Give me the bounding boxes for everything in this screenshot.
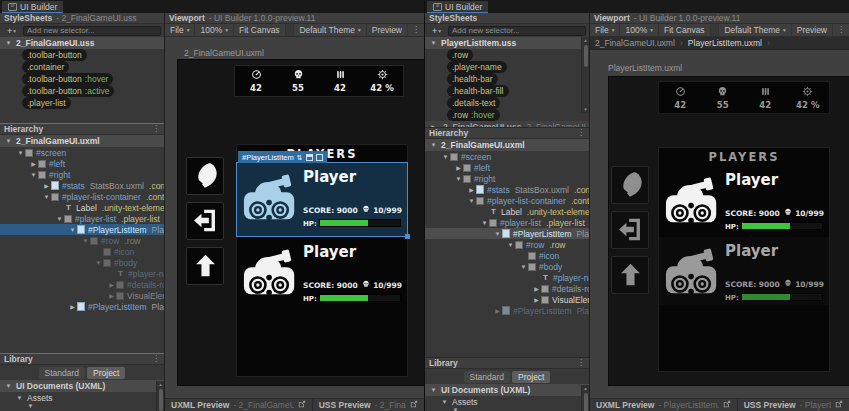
expand-arrow-icon[interactable]: ▼ [429,142,438,148]
uss-selector-row[interactable]: .toolbar-button:hover [0,73,164,85]
expand-arrow-icon[interactable]: ▶ [493,308,502,314]
kebab-menu-icon[interactable]: ⋮ [577,359,585,367]
add-selector-button[interactable]: +▾ [428,26,445,36]
file-menu[interactable]: File▾ [165,24,195,36]
hierarchy-tree-row[interactable]: ▶#details-row [425,283,589,294]
hierarchy-tree-row[interactable]: #icon [425,250,589,261]
library-row-assets[interactable]: ▼ Assets [425,396,589,408]
open-external-icon[interactable] [835,400,843,410]
expand-arrow-icon[interactable]: ▼ [429,40,438,46]
expand-arrow-icon[interactable]: ▶ [532,297,541,303]
arrow-up-button[interactable] [611,256,649,294]
kebab-menu-icon[interactable]: ⋮ [152,125,160,133]
uss-selector-row[interactable]: .player-name [425,61,589,73]
fit-canvas-button[interactable]: Fit Canvas [234,24,286,36]
uss-secondary-row[interactable]: ▶ 2_FinalGameUI.uss 2_FinalGameUI.uxml [425,121,589,127]
add-selector-input[interactable]: Add new selector... [448,26,586,36]
scroll-thumb[interactable] [584,45,588,67]
expand-arrow-icon[interactable]: ▼ [519,264,528,270]
player-list-box[interactable]: PLAYERSPlayerSCORE: 900010/999HP:#Player… [236,144,408,377]
expand-arrow-icon[interactable]: ▶ [532,286,541,292]
arrow-up-button[interactable] [186,247,224,285]
hierarchy-tree-row[interactable]: ▼#PlayerListItemPlayerListItem.uxml [425,228,589,239]
selection-label-tab[interactable]: #PlayerListItem⇅ [238,151,327,163]
hierarchy-tree-row[interactable]: ▼#body [425,261,589,272]
missile-button[interactable] [186,157,224,195]
hierarchy-tree-row[interactable]: ▶#statsStatsBox.uxml.container [425,184,589,195]
expand-arrow-icon[interactable]: ▶ [42,183,51,189]
uss-root-row[interactable]: ▼ 2_FinalGameUI.uss [0,37,164,49]
library-row-ui-documents[interactable]: ▼ UI Documents (UXML) [0,380,164,392]
expand-arrow-icon[interactable]: ▼ [454,176,463,182]
panel-icon[interactable] [316,154,323,161]
hierarchy-tree-row[interactable]: ▼#player-list-container.container [0,191,164,202]
tab-standard[interactable]: Standard [39,367,86,379]
player-row[interactable]: PlayerSCORE: 900010/999HP: [237,238,407,304]
hierarchy-tree-row[interactable]: ▼#player-list.player-list [0,213,164,224]
expand-arrow-icon[interactable]: ▼ [4,40,13,46]
expand-arrow-icon[interactable]: ▼ [4,138,13,144]
vertical-scrollbar[interactable]: ▲▼ [156,381,164,411]
canvas-document-label[interactable]: 2_FinalGameUI.uxml [184,48,264,58]
kebab-menu-icon[interactable]: ⋮ [152,355,160,363]
expand-arrow-icon[interactable]: ▼ [4,383,13,389]
hierarchy-tree-row[interactable]: TLabel.unity-text-element.unity-label [0,202,164,213]
expand-arrow-icon[interactable]: ▼ [68,227,77,233]
expand-arrow-icon[interactable]: ▼ [467,198,476,204]
uss-selector-row[interactable]: .player-list [0,97,164,109]
canvas-document-label[interactable]: PlayerListItem.uxml [608,63,682,73]
uss-selector-row[interactable]: .row [425,49,589,61]
breadcrumb-item[interactable]: PlayerListItem.uxml [688,38,762,48]
expand-arrow-icon[interactable]: ▼ [55,216,64,222]
hierarchy-tree-row[interactable]: ▶#PlayerListItemPlayerListItem.uxml [425,305,589,316]
expand-arrow-icon[interactable]: ▶ [107,282,116,288]
preview-toggle[interactable]: Preview [367,24,408,36]
tab-project[interactable]: Project [512,371,550,383]
expand-arrow-icon[interactable]: ▼ [480,220,489,226]
uxml-root-row[interactable]: ▼ 2_FinalGameUI.uxml [425,139,589,151]
uss-root-row[interactable]: ▼ PlayerListItem.uss [425,37,589,49]
stats-box[interactable]: 42554242 % [234,65,404,97]
expand-arrow-icon[interactable]: ▼ [29,172,38,178]
canvas[interactable]: 42554242 %PLAYERSPlayerSCORE: 900010/999… [608,76,849,386]
breadcrumb-item[interactable]: 2_FinalGameUI.uxml [595,38,675,48]
hierarchy-tree-row[interactable]: ▼#right [425,173,589,184]
expand-arrow-icon[interactable]: ▼ [42,194,51,200]
uss-selector-row[interactable]: .container [0,61,164,73]
hierarchy-tree-row[interactable]: ▶#left [0,158,164,169]
uss-selector-row[interactable]: .toolbar-button [0,49,164,61]
expand-arrow-icon[interactable]: ▼ [506,242,515,248]
fit-canvas-button[interactable]: Fit Canvas [659,24,711,36]
selection-resize-handle[interactable] [405,234,410,239]
hierarchy-tree-row[interactable]: ▼#screen [0,147,164,158]
scroll-thumb[interactable] [159,389,163,411]
player-row[interactable]: PlayerSCORE: 900010/999HP: [659,237,829,305]
expand-arrow-icon[interactable]: ▶ [68,304,77,310]
hierarchy-tree-row[interactable]: ▶#left [425,162,589,173]
uss-selector-row[interactable]: .health-bar-fill [425,85,589,97]
open-external-icon[interactable] [410,400,418,410]
tab-ui-builder[interactable]: ui UI Builder [2,1,63,13]
expand-arrow-icon[interactable]: ▶ [454,165,463,171]
hierarchy-tree-row[interactable]: ▶VisualElement [0,290,164,301]
hierarchy-tree-row[interactable]: ▼#row.row [425,239,589,250]
hierarchy-tree-row[interactable]: ▼#right [0,169,164,180]
collapsed-arrow-icon[interactable]: ▶ [429,124,438,127]
scroll-thumb[interactable] [584,393,588,411]
player-list-box[interactable]: PLAYERSPlayerSCORE: 900010/999HP:PlayerS… [658,147,830,372]
door-exit-button[interactable] [186,202,224,240]
hierarchy-tree-row[interactable]: ▼#body [0,257,164,268]
player-row[interactable]: PlayerSCORE: 900010/999HP:#PlayerListIte… [237,163,407,236]
tab-project[interactable]: Project [87,367,125,379]
uxml-root-row[interactable]: ▼ 2_FinalGameUI.uxml [0,135,164,147]
hierarchy-tree-row[interactable]: ▼#player-list.player-list [425,217,589,228]
expand-arrow-icon[interactable]: ▼ [429,387,438,393]
missile-button[interactable] [611,166,649,204]
hierarchy-tree-row[interactable]: ▼#PlayerListItemPlayerListItem.uxml [0,224,164,235]
vertical-scrollbar[interactable]: ▲▼ [581,385,589,411]
library-row-ui-documents[interactable]: ▼ UI Documents (UXML) [425,384,589,396]
tab-ui-builder[interactable]: ui UI Builder [427,1,488,13]
preview-toggle[interactable]: Preview [792,24,833,36]
kebab-menu-icon[interactable]: ⋮ [408,24,424,36]
expand-arrow-icon[interactable]: ▶ [467,187,476,193]
